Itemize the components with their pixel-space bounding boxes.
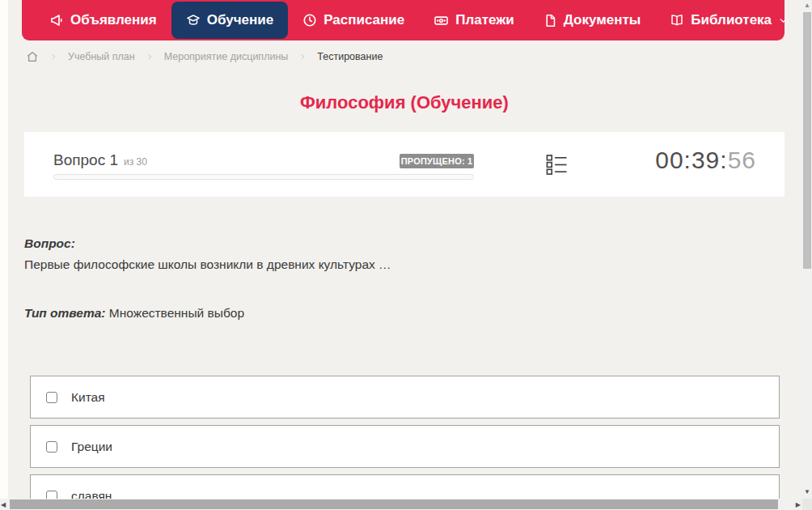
answer-type: Тип ответа: Множественный выбор [24,306,244,321]
home-icon[interactable] [26,50,39,63]
breadcrumb-discipline-event[interactable]: Мероприятие дисциплины [164,51,289,62]
horizontal-scrollbar-thumb[interactable] [10,499,778,509]
nav-item-documents[interactable]: Документы [529,2,656,39]
nav-item-label: Объявления [70,12,157,28]
timer-hours-minutes: 00:39: [655,147,727,173]
question-number-label: Вопрос 1 [53,151,118,168]
quiz-progress-bar [53,174,474,180]
nav-item-label: Расписание [324,12,404,28]
nav-item-payments[interactable]: Платежи [419,2,529,39]
nav-item-label: Обучение [207,12,273,28]
nav-item-learning[interactable]: Обучение [171,2,288,39]
timer: 00:39:56 [655,147,756,174]
question-prompt-text: Первые философские школы возникли в древ… [24,257,391,272]
nav-item-schedule[interactable]: Расписание [288,2,419,39]
question-prompt-label: Вопрос: [24,236,75,251]
scroll-right-arrow-icon[interactable]: ▶ [796,501,801,508]
scrollbar-corner [802,499,812,510]
skipped-badge: ПРОПУЩЕНО: 1 [400,154,474,168]
cash-icon [433,13,449,28]
graduation-cap-icon [186,13,201,28]
top-navbar: Объявления Обучение Расписание Платежи Д… [22,0,785,40]
megaphone-icon [49,13,64,28]
breadcrumb-separator-icon [49,53,57,61]
option-label: Греции [71,440,112,454]
breadcrumb-separator-icon [298,53,307,61]
breadcrumb-separator-icon [146,53,154,61]
answer-type-value: Множественный выбор [109,306,244,320]
page-title: Философия (Обучение) [0,92,809,113]
breadcrumb: Учебный план Мероприятие дисциплины Тест… [26,50,383,63]
breadcrumb-testing: Тестирование [317,51,383,62]
answer-type-label: Тип ответа: [24,306,106,320]
document-icon [543,14,557,28]
horizontal-scrollbar[interactable]: ◀ ▶ [0,499,802,510]
chevron-down-icon [778,15,789,26]
book-icon [670,13,684,28]
question-list-icon[interactable] [546,154,568,179]
vertical-scrollbar-thumb[interactable] [803,12,811,269]
scroll-left-arrow-icon[interactable]: ◀ [1,501,6,508]
checkbox[interactable] [46,441,57,453]
answer-option-china[interactable]: Китая [30,376,780,419]
clock-icon [302,13,317,28]
nav-item-label: Библиотека [691,12,772,28]
page-left-gutter [0,0,8,510]
nav-item-library[interactable]: Библиотека [655,2,803,39]
question-number: Вопрос 1из 30 [53,151,147,169]
nav-item-announcements[interactable]: Объявления [35,2,171,39]
question-header-panel: Вопрос 1из 30 ПРОПУЩЕНО: 1 00:39:56 [24,132,785,197]
answer-option-greece[interactable]: Греции [30,425,780,468]
breadcrumb-curriculum[interactable]: Учебный план [68,51,135,62]
vertical-scrollbar[interactable]: ▲ ▼ [802,0,812,499]
quiz-page: Объявления Обучение Расписание Платежи Д… [0,0,812,510]
question-total-label: из 30 [124,156,147,168]
nav-item-label: Документы [564,12,641,28]
option-label: Китая [71,390,105,405]
answer-options: Китая Греции славян [30,376,780,510]
scroll-down-arrow-icon[interactable]: ▼ [802,489,812,495]
nav-item-label: Платежи [455,12,514,28]
checkbox[interactable] [46,392,57,403]
timer-seconds: 56 [728,147,756,173]
scroll-up-arrow-icon[interactable]: ▲ [802,2,812,9]
